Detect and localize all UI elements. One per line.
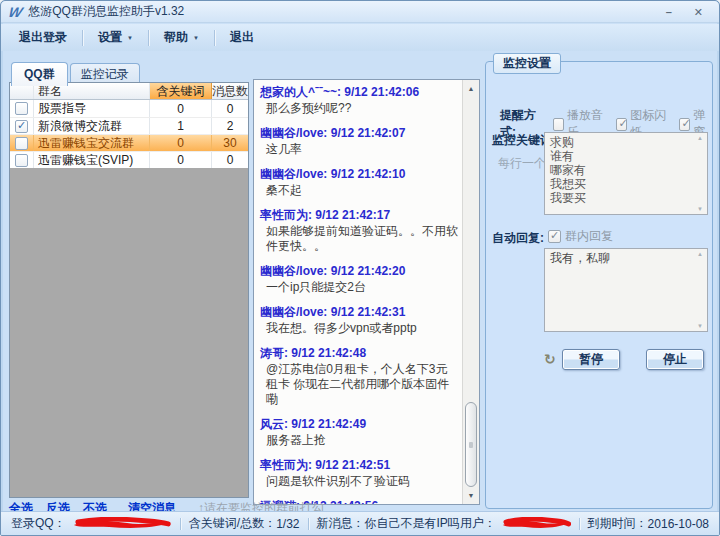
chat-message: 幽幽谷/love9/12 21:42:31 我在想。得多少vpn或者pptp [260,305,458,336]
chat-message: 幽幽谷/love9/12 21:42:20 一个ip只能提交2台 [260,264,458,295]
refresh-icon[interactable]: ↻ [544,351,556,367]
status-separator [308,518,309,530]
message-sender: 想家的人^ˉˉ~~ [260,85,344,99]
message-text: @江苏电信0月租卡，个人名下3元租卡 你现在二代都用哪个版本固件嘞 [260,362,458,407]
redacted-user-scribble [500,517,571,530]
message-time: 9/12 21:42:06 [344,85,419,99]
table-row-selected[interactable]: 迅雷赚钱宝交流群 0 30 [10,134,248,151]
message-time: 9/12 21:42:31 [331,305,406,319]
autoreply-label: 自动回复: [492,230,544,247]
group-keyword-count: 0 [150,135,212,151]
message-text: 那么多预约呢?? [260,101,458,116]
chevron-down-icon: ▼ [127,35,133,41]
message-sender: 幽幽谷/love [260,167,331,181]
toolbar: 退出登录 设置▼ 帮助▼ 退出 [1,24,719,51]
table-row[interactable]: 新浪微博交流群 1 2 [10,117,248,134]
scroll-up-icon[interactable]: ▲ [697,135,703,141]
expire-time-label: 到期时间： [588,515,648,532]
group-keyword-count: 0 [150,100,212,117]
exit-button[interactable]: 退出 [224,29,260,46]
chat-message: 风云9/12 21:42:49 服务器上抢 [260,417,458,448]
stop-button[interactable]: 停止 [646,349,704,370]
message-text: 如果能够提前知道验证码。。不用软件更快。。 [260,224,458,254]
pause-button[interactable]: 暂停 [562,349,620,370]
scrollbar-thumb[interactable] [465,402,477,487]
message-sender: 风云 [260,417,291,431]
group-checkbox[interactable] [15,137,28,150]
group-list-panel: 群名 含关键词 消息数 股票指导 0 0 新浪微博交流群 1 2 迅雷赚钱宝交流… [9,82,249,498]
group-name: 迅雷赚钱宝(SVIP) [34,152,150,168]
toolbar-separator [214,30,215,46]
play-music-checkbox[interactable] [553,118,564,131]
toolbar-separator [82,30,83,46]
minimize-button[interactable]: – [666,2,672,22]
group-name: 迅雷赚钱宝交流群 [34,135,150,151]
app-logo-icon: W [7,4,24,20]
status-separator [180,518,181,530]
group-message-count: 0 [212,152,248,168]
chat-message: 涛哥9/12 21:42:48 @江苏电信0月租卡，个人名下3元租卡 你现在二代… [260,346,458,407]
message-log-panel: 想家的人^ˉˉ~~9/12 21:42:06 那么多预约呢?? 幽幽谷/love… [253,79,480,505]
message-list: 想家的人^ˉˉ~~9/12 21:42:06 那么多预约呢?? 幽幽谷/love… [254,80,462,504]
message-text: 这几率 [260,142,458,157]
option-group-reply[interactable]: 群内回复 [548,228,613,245]
group-name: 股票指导 [34,100,150,117]
message-text: 问题是软件识别不了验证码 [260,474,458,489]
message-time: 9/12 21:42:48 [291,346,366,360]
keywords-total-value: 1/32 [276,517,299,531]
message-time: 9/12 21:42:10 [331,167,406,181]
monitor-settings-panel: 提醒方式: 播放音乐 图标闪烁 弹窗 监控关键词: 每行一个 求购 谁有 哪家有… [485,61,713,509]
header-message-count[interactable]: 消息数 [212,83,248,99]
redacted-qq-scribble [70,517,172,530]
message-text: 我在想。得多少vpn或者pptp [260,321,458,336]
chevron-down-icon: ▼ [193,35,199,41]
group-checkbox[interactable] [15,120,28,133]
chat-scrollbar[interactable]: ▲ ▼ [462,80,479,504]
message-sender: 率性而为 [260,458,315,472]
scroll-up-icon[interactable]: ▲ [463,81,479,96]
window-title: 悠游QQ群消息监控助手v1.32 [28,3,184,20]
message-text: 桑不起 [260,183,458,198]
close-button[interactable]: ✕ [694,2,703,22]
keywords-total-label: 含关键词/总数： [189,515,276,532]
message-text: 服务器上抢 [260,433,458,448]
group-keyword-count: 0 [150,152,212,168]
group-reply-checkbox[interactable] [548,230,561,243]
keywords-hint: 每行一个 [498,155,546,172]
message-sender: 幽幽谷/love [260,126,331,140]
popup-checkbox[interactable] [679,118,690,131]
tab-qq-groups[interactable]: QQ群 [11,62,68,86]
scroll-down-icon[interactable]: ▼ [697,206,703,212]
scroll-down-icon[interactable]: ▼ [697,323,703,329]
scroll-up-icon[interactable]: ▲ [697,251,703,257]
login-qq-label: 登录QQ： [11,515,66,532]
logout-button[interactable]: 退出登录 [13,29,73,46]
chat-message: 幽幽谷/love9/12 21:42:07 这几率 [260,126,458,157]
settings-menu-button[interactable]: 设置▼ [92,29,139,46]
title-bar: W 悠游QQ群消息监控助手v1.32 – ✕ [1,1,719,23]
message-text: 一个ip只能提交2台 [260,280,458,295]
message-sender: 幽幽谷/love [260,305,331,319]
group-checkbox[interactable] [15,102,28,115]
app-window: W 悠游QQ群消息监控助手v1.32 – ✕ 退出登录 设置▼ 帮助▼ 退出 Q… [0,0,720,536]
help-menu-button[interactable]: 帮助▼ [158,29,205,46]
keywords-textarea[interactable]: 求购 谁有 哪家有 我想买 我要买 [544,132,708,215]
group-message-count: 30 [212,135,248,151]
group-message-count: 2 [212,118,248,134]
icon-flash-checkbox[interactable] [616,118,627,131]
message-sender: 涛哥 [260,346,291,360]
group-checkbox[interactable] [15,154,28,167]
chat-message: 想家的人^ˉˉ~~9/12 21:42:06 那么多预约呢?? [260,85,458,116]
message-sender: 幽幽谷/love [260,264,331,278]
group-name: 新浪微博交流群 [34,118,150,134]
table-row[interactable]: 迅雷赚钱宝(SVIP) 0 0 [10,151,248,168]
message-time: 9/12 21:42:51 [315,458,390,472]
header-keyword-count[interactable]: 含关键词 [150,83,212,99]
user-label: 用户： [460,515,496,532]
status-separator [579,518,580,530]
new-message-value: 你自己不是有IP吗 [365,515,460,532]
table-row[interactable]: 股票指导 0 0 [10,100,248,117]
expire-time-value: 2016-10-08 [648,517,709,531]
autoreply-textarea[interactable]: 我有，私聊 [544,248,708,332]
chat-message: 幽幽谷/love9/12 21:42:10 桑不起 [260,167,458,198]
